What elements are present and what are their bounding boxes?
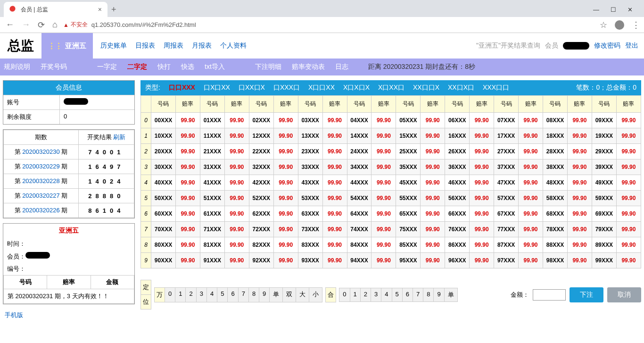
bet-code[interactable]: 72XXX bbox=[249, 222, 273, 237]
bet-code[interactable]: 91XXX bbox=[200, 253, 224, 268]
type-option[interactable]: X口口XX bbox=[308, 84, 335, 92]
bet-code[interactable]: 33XXX bbox=[298, 159, 322, 175]
type-option[interactable]: XX口X口 bbox=[448, 84, 474, 92]
bet-code[interactable]: 65XXX bbox=[396, 206, 421, 222]
num-button[interactable]: 7 bbox=[413, 288, 423, 301]
bet-code[interactable]: 14XXX bbox=[347, 128, 372, 144]
num-button[interactable]: 3 bbox=[197, 288, 207, 302]
bet-code[interactable]: 48XXX bbox=[543, 175, 568, 191]
num-button[interactable]: 5 bbox=[217, 288, 228, 302]
num-button[interactable]: 6 bbox=[228, 288, 238, 302]
type-option[interactable]: XX口口X bbox=[413, 84, 439, 92]
subnav-item[interactable]: 开奖号码 bbox=[41, 63, 67, 71]
bet-code[interactable]: 57XXX bbox=[494, 191, 519, 206]
link-profile[interactable]: 个人资料 bbox=[220, 42, 247, 50]
bet-code[interactable]: 58XXX bbox=[543, 191, 568, 206]
cancel-button[interactable]: 取消 bbox=[607, 287, 641, 302]
bet-code[interactable]: 40XXX bbox=[151, 175, 176, 191]
num-button[interactable]: 8 bbox=[423, 288, 434, 301]
subnav-item[interactable]: 快打 bbox=[157, 63, 171, 71]
bet-code[interactable]: 23XXX bbox=[298, 144, 322, 159]
bet-code[interactable]: 71XXX bbox=[200, 222, 224, 237]
bet-code[interactable]: 15XXX bbox=[396, 128, 421, 144]
num-button[interactable]: 0 bbox=[165, 288, 175, 302]
bet-code[interactable]: 51XXX bbox=[200, 191, 224, 206]
bet-code[interactable]: 70XXX bbox=[151, 222, 176, 237]
bet-code[interactable]: 99XXX bbox=[592, 253, 616, 268]
subnav-item[interactable]: txt导入 bbox=[205, 63, 225, 71]
num-button[interactable]: 6 bbox=[403, 288, 413, 301]
bet-code[interactable]: 11XXX bbox=[200, 128, 224, 144]
bet-code[interactable]: 49XXX bbox=[592, 175, 616, 191]
bookmark-icon[interactable]: ☆ bbox=[600, 20, 607, 30]
query-label[interactable]: "亚洲五"开奖结果查询 bbox=[476, 42, 540, 50]
num-button[interactable]: 4 bbox=[381, 288, 392, 301]
menu-icon[interactable]: ⋮ bbox=[632, 20, 640, 30]
num-button[interactable]: 7 bbox=[239, 288, 249, 302]
bet-code[interactable]: 80XXX bbox=[151, 237, 176, 253]
period-link[interactable]: 20200320228 bbox=[22, 177, 60, 184]
bet-code[interactable]: 86XXX bbox=[445, 237, 470, 253]
bet-code[interactable]: 56XXX bbox=[445, 191, 470, 206]
bet-code[interactable]: 10XXX bbox=[151, 128, 176, 144]
bet-code[interactable]: 03XXX bbox=[298, 113, 322, 128]
bet-code[interactable]: 94XXX bbox=[347, 253, 372, 268]
bet-code[interactable]: 20XXX bbox=[151, 144, 176, 159]
profile-icon[interactable] bbox=[615, 20, 624, 30]
url-text[interactable]: q1.205370.com/m/#%2Fm%2Fd2.html bbox=[91, 21, 596, 28]
bet-code[interactable]: 45XXX bbox=[396, 175, 421, 191]
security-warning[interactable]: ▲ 不安全 bbox=[63, 21, 88, 29]
bet-code[interactable]: 60XXX bbox=[151, 206, 176, 222]
type-option[interactable]: 口X口XX bbox=[204, 84, 230, 92]
maximize-icon[interactable]: ☐ bbox=[611, 6, 616, 13]
bet-code[interactable]: 06XXX bbox=[445, 113, 470, 128]
type-option[interactable]: 口口XXX bbox=[169, 84, 195, 92]
period-link[interactable]: 20200320229 bbox=[22, 163, 60, 170]
subnav-item[interactable]: 规则说明 bbox=[4, 63, 30, 71]
num-button[interactable]: 1 bbox=[175, 288, 186, 302]
link-history[interactable]: 历史账单 bbox=[100, 42, 127, 50]
bet-code[interactable]: 53XXX bbox=[298, 191, 322, 206]
bet-code[interactable]: 38XXX bbox=[543, 159, 568, 175]
bet-code[interactable]: 26XXX bbox=[445, 144, 470, 159]
bet-code[interactable]: 25XXX bbox=[396, 144, 421, 159]
bet-code[interactable]: 41XXX bbox=[200, 175, 224, 191]
bet-code[interactable]: 02XXX bbox=[249, 113, 273, 128]
bet-code[interactable]: 97XXX bbox=[494, 253, 519, 268]
num-button[interactable]: 9 bbox=[434, 288, 444, 301]
bet-code[interactable]: 76XXX bbox=[445, 222, 470, 237]
type-option[interactable]: X口XX口 bbox=[378, 84, 405, 92]
bet-code[interactable]: 67XXX bbox=[494, 206, 519, 222]
bet-code[interactable]: 01XXX bbox=[200, 113, 224, 128]
bet-code[interactable]: 09XXX bbox=[592, 113, 616, 128]
num-button[interactable]: 0 bbox=[339, 288, 350, 301]
bet-code[interactable]: 61XXX bbox=[200, 206, 224, 222]
bet-code[interactable]: 05XXX bbox=[396, 113, 421, 128]
bet-code[interactable]: 42XXX bbox=[249, 175, 273, 191]
period-link[interactable]: 20200320226 bbox=[22, 207, 60, 214]
period-link[interactable]: 20200320227 bbox=[22, 192, 60, 199]
bet-code[interactable]: 12XXX bbox=[249, 128, 273, 144]
minimize-icon[interactable]: — bbox=[593, 6, 599, 13]
reload-icon[interactable]: ⟳ bbox=[36, 20, 47, 30]
bet-code[interactable]: 81XXX bbox=[200, 237, 224, 253]
amount-input[interactable] bbox=[533, 289, 566, 301]
num-button[interactable]: 大 bbox=[296, 288, 309, 302]
close-icon[interactable]: × bbox=[98, 6, 102, 13]
bet-code[interactable]: 55XXX bbox=[396, 191, 421, 206]
bet-code[interactable]: 00XXX bbox=[151, 113, 176, 128]
num-button[interactable]: 双 bbox=[283, 288, 296, 302]
bet-code[interactable]: 43XXX bbox=[298, 175, 322, 191]
bet-code[interactable]: 21XXX bbox=[200, 144, 224, 159]
bet-code[interactable]: 04XXX bbox=[347, 113, 372, 128]
bet-code[interactable]: 85XXX bbox=[396, 237, 421, 253]
bet-code[interactable]: 93XXX bbox=[298, 253, 322, 268]
num-button[interactable]: 5 bbox=[392, 288, 403, 301]
submit-button[interactable]: 下注 bbox=[570, 287, 603, 302]
num-button[interactable]: 单 bbox=[445, 288, 457, 301]
link-daily[interactable]: 日报表 bbox=[135, 42, 155, 50]
bet-code[interactable]: 39XXX bbox=[592, 159, 616, 175]
bet-code[interactable]: 68XXX bbox=[543, 206, 568, 222]
type-option[interactable]: XXX口口 bbox=[483, 84, 509, 92]
bet-code[interactable]: 73XXX bbox=[298, 222, 322, 237]
